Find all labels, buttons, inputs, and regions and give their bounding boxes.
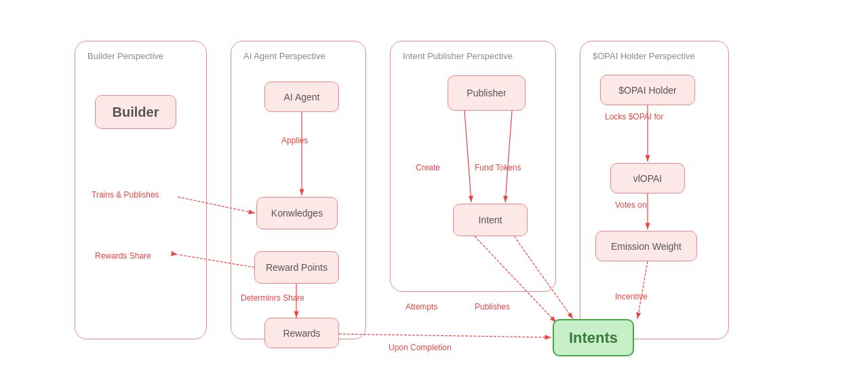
opai-holder-perspective-label: $OPAI Holder Perspective [593,51,695,61]
trains-publishes-label: Trains & Publishes [92,190,159,200]
intent-publisher-perspective-label: Intent Publisher Perspective [403,51,513,61]
publisher-node: Publisher [448,75,526,111]
incentive-label: Incentive [615,292,648,301]
svg-line-12 [339,334,551,337]
upon-completion-label: Upon Completion [389,343,452,352]
votes-on-label: Votes on [615,200,647,210]
fund-tokens-label: Fund Tokens [475,163,521,172]
opai-holder-node: $OPAI Holder [600,75,695,105]
intent-node: Intent [453,204,528,236]
publishes-label: Publishes [475,302,510,312]
rewards-share-label: Rewards Share [95,251,151,261]
emission-weight-node: Emission Weight [595,231,697,261]
applies-label: Applies [281,136,308,145]
builder-perspective-label: Builder Perspective [87,51,163,61]
attempts-label: Attempts [406,302,437,312]
rewards-node: Rewards [264,318,339,348]
diagram: Builder Perspective Builder Trains & Pub… [0,0,868,391]
konwledges-node: Konwledges [256,197,338,229]
ai-agent-perspective-label: AI Agent Perspective [243,51,326,61]
create-label: Create [416,163,440,172]
builder-node: Builder [95,95,176,129]
vlopai-node: vlOPAI [610,163,685,193]
locks-opai-label: Locks $OPAI for [605,112,663,122]
ai-agent-node: AI Agent [264,81,339,112]
reward-points-node: Reward Points [254,251,339,284]
determinrs-share-label: Determinrs Share [241,293,304,303]
intents-node: Intents [553,319,634,356]
